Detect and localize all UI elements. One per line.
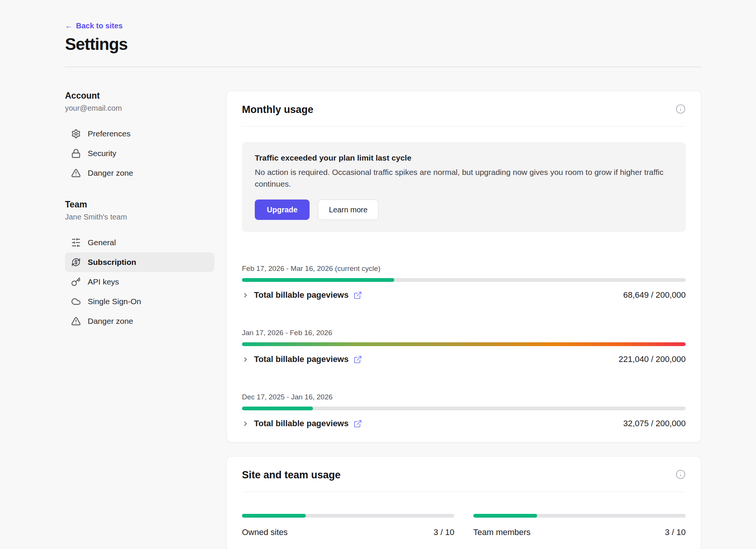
back-to-sites-link[interactable]: ← Back to sites bbox=[65, 22, 122, 30]
usage-cycles: Feb 17, 2026 - Mar 16, 2026 (current cyc… bbox=[242, 264, 686, 428]
progress-fill bbox=[242, 342, 686, 346]
total-billable-pageviews-toggle[interactable]: Total billable pageviews bbox=[242, 290, 362, 300]
chevron-right-icon bbox=[242, 292, 249, 299]
cycle-period: Dec 17, 2025 - Jan 16, 2026 bbox=[242, 393, 686, 401]
usage-cycle-current: Feb 17, 2026 - Mar 16, 2026 (current cyc… bbox=[242, 264, 686, 300]
monthly-usage-card: Monthly usage Traffic exceeded your plan… bbox=[226, 91, 701, 442]
sidebar-item-label: Single Sign-On bbox=[88, 297, 141, 306]
sidebar-item-label: API keys bbox=[88, 277, 119, 286]
meter-label: Owned sites bbox=[242, 527, 288, 537]
sidebar-item-single-sign-on[interactable]: Single Sign-On bbox=[65, 292, 214, 311]
cycle-period: Feb 17, 2026 - Mar 16, 2026 (current cyc… bbox=[242, 264, 686, 273]
meter-label: Team members bbox=[473, 527, 531, 537]
sidebar-item-label: Preferences bbox=[88, 129, 130, 138]
page-header: ← Back to sites Settings bbox=[65, 22, 701, 54]
sidebar-item-label: Danger zone bbox=[88, 169, 133, 178]
cycle-value: 32,075 / 200,000 bbox=[623, 419, 686, 428]
traffic-limit-notice: Traffic exceeded your plan limit last cy… bbox=[242, 142, 686, 232]
upgrade-button[interactable]: Upgrade bbox=[255, 199, 310, 220]
account-email: your@email.com bbox=[65, 104, 214, 113]
key-icon bbox=[71, 277, 81, 287]
lock-icon bbox=[71, 148, 81, 158]
sidebar-item-preferences[interactable]: Preferences bbox=[65, 124, 214, 144]
account-heading: Account bbox=[65, 91, 214, 101]
progress-track bbox=[242, 407, 686, 410]
info-icon[interactable] bbox=[675, 469, 686, 479]
sidebar-item-api-keys[interactable]: API keys bbox=[65, 272, 214, 292]
cloud-icon bbox=[71, 297, 81, 306]
usage-cycle-previous: Jan 17, 2026 - Feb 16, 2026 Total billab… bbox=[242, 329, 686, 364]
cycle-label: Total billable pageviews bbox=[254, 419, 349, 428]
account-nav: Preferences Security Danger zone bbox=[65, 124, 214, 183]
progress-fill bbox=[242, 278, 394, 282]
meter-value: 3 / 10 bbox=[665, 527, 686, 537]
team-members-meter: Team members 3 / 10 bbox=[473, 509, 686, 537]
external-link-icon[interactable] bbox=[353, 355, 362, 364]
site-team-usage-title: Site and team usage bbox=[242, 469, 341, 481]
back-to-sites-label: Back to sites bbox=[76, 22, 122, 30]
notice-title: Traffic exceeded your plan limit last cy… bbox=[255, 153, 673, 162]
sidebar-team-section: Team Jane Smith's team General Subscript… bbox=[65, 199, 214, 331]
sidebar-item-label: Danger zone bbox=[88, 317, 133, 326]
progress-track bbox=[242, 278, 686, 282]
team-heading: Team bbox=[65, 199, 214, 210]
meter-value: 3 / 10 bbox=[434, 527, 454, 537]
total-billable-pageviews-toggle[interactable]: Total billable pageviews bbox=[242, 354, 362, 364]
usage-cycle-older: Dec 17, 2025 - Jan 16, 2026 Total billab… bbox=[242, 393, 686, 428]
progress-fill bbox=[473, 514, 537, 518]
progress-track bbox=[242, 342, 686, 346]
cycle-value: 68,649 / 200,000 bbox=[623, 290, 686, 300]
external-link-icon[interactable] bbox=[353, 419, 362, 428]
sidebar-item-team-danger-zone[interactable]: Danger zone bbox=[65, 311, 214, 331]
settings-page: ← Back to sites Settings Account your@em… bbox=[0, 0, 756, 549]
card-divider bbox=[242, 126, 686, 127]
cycle-value: 221,040 / 200,000 bbox=[619, 354, 686, 364]
sidebar-item-label: Subscription bbox=[88, 258, 136, 267]
notice-body: No action is required. Occasional traffi… bbox=[255, 166, 673, 190]
gear-icon bbox=[71, 129, 81, 139]
progress-track bbox=[473, 514, 686, 518]
info-icon[interactable] bbox=[675, 104, 686, 114]
sliders-icon bbox=[71, 238, 81, 247]
sidebar-item-label: General bbox=[88, 238, 116, 247]
header-divider bbox=[65, 66, 701, 67]
monthly-usage-title: Monthly usage bbox=[242, 104, 313, 116]
team-nav: General Subscription API keys bbox=[65, 233, 214, 331]
sidebar-item-label: Security bbox=[88, 149, 116, 158]
page-title: Settings bbox=[65, 35, 701, 54]
team-name: Jane Smith's team bbox=[65, 213, 214, 221]
total-billable-pageviews-toggle[interactable]: Total billable pageviews bbox=[242, 419, 362, 428]
sidebar-account-section: Account your@email.com Preferences Secur… bbox=[65, 91, 214, 183]
sidebar-item-security[interactable]: Security bbox=[65, 144, 214, 163]
card-divider bbox=[242, 492, 686, 492]
cycle-period: Jan 17, 2026 - Feb 16, 2026 bbox=[242, 329, 686, 337]
arrow-left-icon: ← bbox=[65, 22, 73, 30]
subscription-refresh-dollar-icon bbox=[71, 257, 81, 267]
main-content: Monthly usage Traffic exceeded your plan… bbox=[226, 91, 701, 549]
learn-more-button[interactable]: Learn more bbox=[318, 199, 378, 220]
owned-sites-meter: Owned sites 3 / 10 bbox=[242, 509, 454, 537]
external-link-icon[interactable] bbox=[353, 291, 362, 300]
alert-triangle-icon bbox=[71, 316, 81, 326]
sidebar-item-danger-zone[interactable]: Danger zone bbox=[65, 163, 214, 183]
site-team-usage-card: Site and team usage Owned sites 3 / 10 bbox=[226, 456, 701, 549]
progress-fill bbox=[242, 407, 313, 410]
site-team-meters: Owned sites 3 / 10 Team members 3 / 10 bbox=[242, 509, 686, 537]
alert-triangle-icon bbox=[71, 168, 81, 178]
sidebar-item-general[interactable]: General bbox=[65, 233, 214, 252]
sidebar-item-subscription[interactable]: Subscription bbox=[65, 252, 214, 272]
sidebar: Account your@email.com Preferences Secur… bbox=[65, 91, 214, 331]
progress-track bbox=[242, 514, 454, 518]
cycle-label: Total billable pageviews bbox=[254, 290, 349, 300]
cycle-label: Total billable pageviews bbox=[254, 354, 349, 364]
chevron-right-icon bbox=[242, 420, 249, 427]
progress-fill bbox=[242, 514, 306, 518]
chevron-right-icon bbox=[242, 356, 249, 363]
